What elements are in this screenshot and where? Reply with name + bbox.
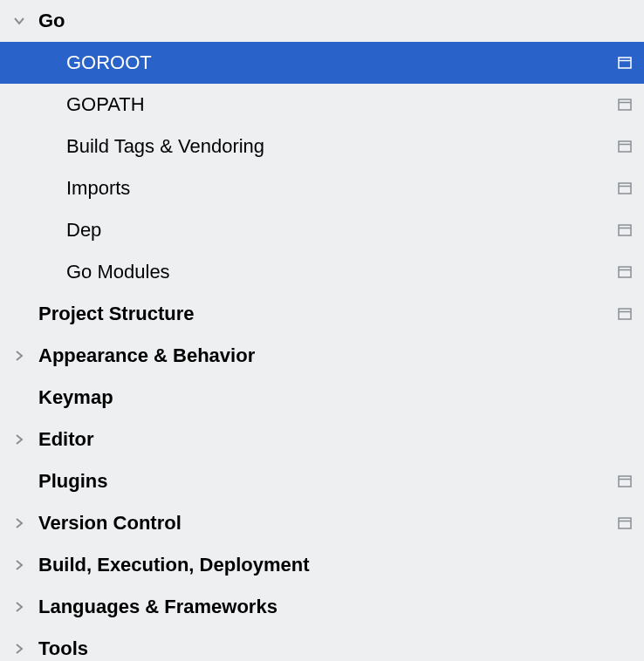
project-scope-icon (618, 224, 632, 236)
svg-rect-6 (619, 183, 631, 194)
chevron-down-icon (0, 15, 38, 27)
tree-label: Build, Execution, Deployment (38, 554, 632, 576)
tree-item-keymap[interactable]: Keymap (0, 377, 644, 419)
tree-item-plugins[interactable]: Plugins (0, 460, 644, 502)
svg-rect-16 (619, 518, 631, 528)
settings-tree: Go GOROOT GOPATH Build Tags & Vendoring … (0, 0, 644, 661)
tree-label: Build Tags & Vendoring (0, 135, 611, 158)
tree-label: GOPATH (0, 93, 611, 116)
tree-item-languages[interactable]: Languages & Frameworks (0, 586, 644, 628)
tree-label: Tools (38, 637, 632, 660)
tree-item-gopath[interactable]: GOPATH (0, 84, 644, 126)
tree-item-project-structure[interactable]: Project Structure (0, 293, 644, 335)
tree-label: Languages & Frameworks (38, 596, 632, 618)
chevron-right-icon (0, 350, 38, 362)
tree-item-tools[interactable]: Tools (0, 628, 644, 661)
chevron-right-icon (0, 433, 38, 446)
project-scope-icon (618, 475, 632, 487)
tree-item-imports[interactable]: Imports (0, 167, 644, 209)
project-scope-icon (618, 308, 632, 320)
tree-item-version-control[interactable]: Version Control (0, 502, 644, 544)
tree-item-goroot[interactable]: GOROOT (0, 42, 644, 84)
chevron-right-icon (0, 559, 38, 571)
svg-rect-8 (619, 225, 631, 235)
chevron-right-icon (0, 643, 38, 655)
tree-label: Appearance & Behavior (38, 344, 632, 367)
svg-rect-2 (619, 99, 631, 110)
tree-label: Project Structure (38, 303, 611, 325)
tree-item-build[interactable]: Build, Execution, Deployment (0, 544, 644, 586)
project-scope-icon (618, 57, 632, 69)
tree-item-appearance[interactable]: Appearance & Behavior (0, 335, 644, 377)
tree-label: GOROOT (0, 51, 611, 74)
svg-rect-4 (619, 141, 631, 152)
svg-rect-10 (619, 267, 631, 277)
tree-label: Go (38, 10, 632, 32)
tree-label: Go Modules (0, 261, 611, 283)
svg-rect-12 (619, 309, 631, 319)
svg-rect-14 (619, 476, 631, 487)
project-scope-icon (618, 517, 632, 529)
tree-label: Plugins (38, 470, 611, 493)
tree-item-go[interactable]: Go (0, 0, 644, 42)
tree-item-editor[interactable]: Editor (0, 419, 644, 460)
tree-label: Imports (0, 177, 611, 200)
tree-label: Version Control (38, 512, 611, 535)
project-scope-icon (618, 140, 632, 153)
tree-item-go-modules[interactable]: Go Modules (0, 251, 644, 293)
chevron-right-icon (0, 517, 38, 529)
tree-item-build-tags[interactable]: Build Tags & Vendoring (0, 126, 644, 167)
tree-item-dep[interactable]: Dep (0, 209, 644, 251)
project-scope-icon (618, 99, 632, 111)
tree-label: Keymap (38, 386, 632, 409)
svg-rect-0 (619, 58, 631, 68)
tree-label: Dep (0, 219, 611, 242)
tree-label: Editor (38, 428, 632, 451)
project-scope-icon (618, 266, 632, 278)
project-scope-icon (618, 182, 632, 194)
chevron-right-icon (0, 601, 38, 613)
